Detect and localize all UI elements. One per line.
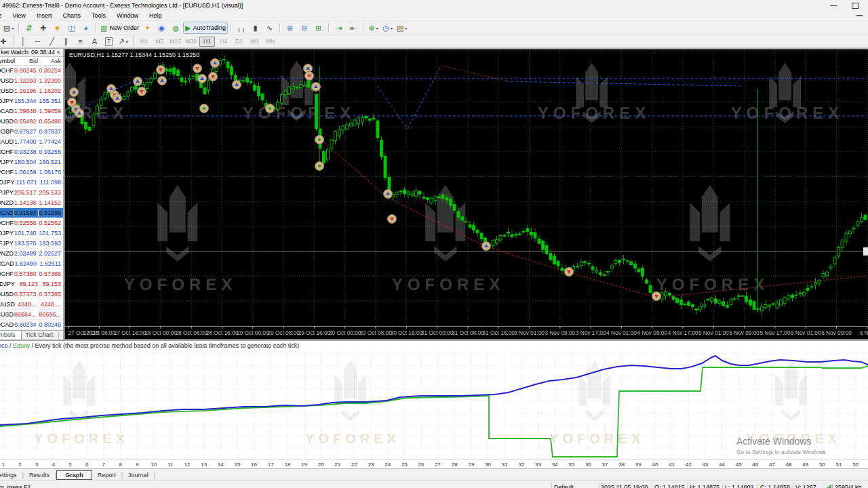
menu-item-tools[interactable]: Tools	[86, 12, 111, 19]
timeframe-mn[interactable]: MN	[263, 37, 277, 46]
market-watch-row[interactable]: AUDCHF0.525560.52562	[0, 218, 63, 228]
market-watch-icon: ⇵	[26, 22, 32, 33]
zoom-in-button[interactable]: ⊕	[283, 22, 297, 33]
market-watch-tab-symbols[interactable]: Symbols	[0, 330, 22, 340]
market-watch-row[interactable]: XAUUSD4248....4248....	[0, 300, 63, 310]
strategy-tester-button[interactable]: ◕	[79, 22, 93, 33]
ask-cell: 1.32300	[38, 77, 63, 84]
horizontal-line-button[interactable]: ─	[31, 36, 45, 47]
timeframe-w1[interactable]: W1	[248, 37, 262, 46]
menu-item-help[interactable]: Help	[144, 12, 167, 19]
restore-icon[interactable]	[852, 3, 859, 9]
toolbar-separator	[13, 37, 14, 46]
menu-item-charts[interactable]: Charts	[57, 12, 86, 19]
timeframe-m15[interactable]: M15	[168, 37, 182, 46]
channel-button[interactable]: ∥	[59, 36, 73, 47]
market-watch-row[interactable]: AUDNZD1.141381.14152	[0, 198, 63, 208]
tester-tab-graph[interactable]: Graph	[56, 470, 92, 480]
market-watch-row[interactable]: AUDUSD0.654920.65498	[0, 117, 63, 127]
indicators-button[interactable]: ⊕▾	[366, 22, 380, 33]
market-watch-row[interactable]: AUDCAD0.915830.91599	[0, 208, 63, 218]
market-watch-row[interactable]: EURGBP0.878270.87837	[0, 127, 63, 137]
close-icon[interactable]: ×	[55, 49, 62, 56]
navigator-button[interactable]: ★	[50, 22, 64, 33]
autotrading-button[interactable]: ▶AutoTrading	[183, 22, 228, 34]
menu-item-insert[interactable]: Insert	[31, 12, 58, 19]
new-chart-button[interactable]: ▤▾	[1, 22, 16, 33]
tester-tab-results[interactable]: Results	[24, 470, 55, 480]
status-profile[interactable]: Default	[551, 483, 599, 488]
equity-label: Equity	[13, 342, 30, 349]
candlestick-chart[interactable]: YOFOREXYOFOREXYOFOREXYOFOREXYOFOREXYOFOR…	[65, 49, 868, 339]
timeframe-d1[interactable]: D1	[232, 37, 246, 46]
market-watch-button[interactable]: ⇵	[22, 22, 36, 33]
menu-item-file[interactable]: File	[0, 12, 7, 19]
svg-text:4 Nov 17:00: 4 Nov 17:00	[668, 329, 698, 336]
market-watch-row[interactable]: BTCUSD86684...86696...	[0, 310, 63, 320]
market-watch-row[interactable]: USDCHF0.802450.80254	[0, 66, 63, 76]
toolbar-separator	[96, 23, 96, 33]
options-button[interactable]: ◉	[155, 22, 169, 33]
periods-button[interactable]: ◷▾	[380, 22, 395, 33]
text-button[interactable]: A	[87, 36, 102, 47]
market-watch-row[interactable]: CADCHF0.573800.57386	[0, 269, 63, 279]
metaeditor-button[interactable]: ✦	[140, 22, 155, 33]
data-window-button[interactable]: ✚	[36, 22, 50, 33]
terminal-button[interactable]: ◫	[64, 22, 79, 33]
market-watch-row[interactable]: GBPNZD2.024892.02527	[0, 249, 63, 259]
mt4-window: 49962: Exness-Trial8 - Demo Account - Ex…	[0, 0, 868, 488]
minimize-icon[interactable]	[830, 5, 837, 6]
market-watch-row[interactable]: CHFJPY193.576193.593	[0, 239, 63, 249]
templates-button[interactable]: ▤▾	[395, 22, 409, 33]
timeframe-m30[interactable]: M30	[184, 37, 198, 46]
candlestick-chart-button[interactable]: ▮	[248, 22, 262, 33]
line-chart-button[interactable]: ∿	[262, 22, 277, 33]
new-order-button[interactable]: ▥New Order	[99, 22, 140, 33]
market-watch-row[interactable]: GBPJPY205.517205.533	[0, 188, 63, 198]
menu-item-window[interactable]: Window	[111, 12, 144, 19]
market-watch-row[interactable]: EURUSD1.161961.16202	[0, 86, 63, 96]
svg-text:41: 41	[669, 462, 675, 468]
tile-windows-button[interactable]: ⊞	[311, 22, 326, 33]
cursor-button[interactable]: ✚	[0, 36, 10, 47]
text-label-button[interactable]: T	[102, 36, 116, 47]
timeframe-h1[interactable]: H1	[199, 37, 215, 47]
svg-text:2: 2	[18, 462, 22, 468]
market-watch-row[interactable]: EURCAD1.624901.62511	[0, 259, 63, 269]
child-minimize-icon[interactable]	[856, 15, 863, 16]
market-watch-row[interactable]: EURJPY180.504180.521	[0, 157, 63, 167]
market-watch-row[interactable]: EURCHF0.932380.93255	[0, 147, 63, 157]
menu-item-view[interactable]: View	[7, 12, 31, 19]
market-watch-row[interactable]: NZDJPY89.12389.153	[0, 279, 63, 289]
price-chart[interactable]: EURUSD,H1 1.15277 1.15344 1.15250 1.1525…	[64, 49, 868, 340]
column-bid: Bid	[15, 58, 40, 64]
tester-tab-report[interactable]: Report	[92, 470, 121, 480]
market-watch-row[interactable]: GBPUSD1.322931.32300	[0, 76, 63, 86]
market-watch-row[interactable]: CADJPY111.071111.098	[0, 178, 63, 188]
timeframe-m5[interactable]: M5	[153, 37, 167, 46]
market-watch-row[interactable]: USDCAD1.398481.39859	[0, 106, 63, 117]
timeframe-m1[interactable]: M1	[137, 37, 151, 46]
trendline-button[interactable]: ╱	[45, 36, 59, 47]
zoom-out-button[interactable]: ⊖	[297, 22, 311, 33]
fibonacci-button[interactable]: ≡	[73, 36, 87, 47]
bar-chart-button[interactable]: ╷╷	[234, 22, 248, 33]
market-watch-row[interactable]: EURAUD1.774001.77424	[0, 137, 63, 147]
svg-text:YOFOREX: YOFOREX	[731, 104, 844, 122]
market-watch-row[interactable]: GBPCHF1.061591.06176	[0, 167, 63, 178]
chart-shift-button[interactable]: ⇤	[346, 22, 360, 33]
market-watch-row[interactable]: NZDCAD0.802340.80249	[0, 320, 63, 330]
market-watch-titlebar: Market Watch: 09:38:44 ×	[0, 49, 63, 57]
vertical-line-button[interactable]: │	[16, 36, 31, 47]
arrows-button[interactable]: ↗▾	[116, 36, 130, 47]
auto-scroll-button[interactable]: ⇥	[332, 22, 346, 33]
ask-cell: 180.521	[38, 159, 63, 165]
market-watch-row[interactable]: USDJPY155.344155.351	[0, 96, 63, 106]
timeframe-h4[interactable]: H4	[216, 37, 231, 46]
market-watch-row[interactable]: NZDUSD0.573730.57385	[0, 289, 63, 300]
tester-tab-journal[interactable]: Journal	[123, 470, 154, 480]
market-watch-row[interactable]: AUDJPY101.740101.753	[0, 228, 63, 239]
market-watch-tab-tick-chart[interactable]: Tick Chart	[22, 330, 58, 340]
tester-tab-settings[interactable]: Settings	[0, 470, 22, 480]
sounds-button[interactable]: ◍	[169, 22, 183, 33]
